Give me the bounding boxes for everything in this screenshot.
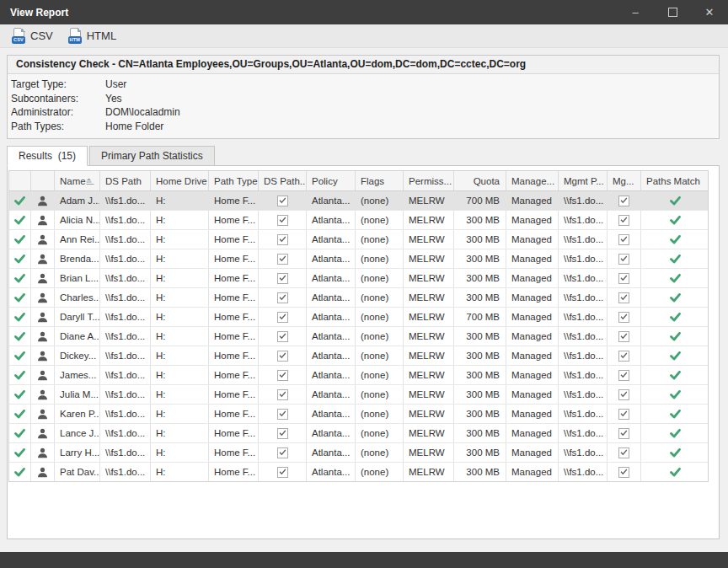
column-header-managed[interactable]: Manage... bbox=[506, 171, 559, 190]
column-header-mgmt-managed[interactable]: Mg... bbox=[608, 171, 641, 190]
checkbox[interactable] bbox=[618, 351, 629, 362]
table-row[interactable]: Karen P...\\fs1.do...H:Home F...Atlanta.… bbox=[9, 405, 708, 424]
close-button[interactable]: ✕ bbox=[691, 0, 728, 24]
cell-permissions: MELRW bbox=[404, 366, 454, 384]
checkbox[interactable] bbox=[277, 196, 288, 206]
cell-quota: 300 MB bbox=[454, 424, 506, 442]
cell-user bbox=[31, 249, 55, 268]
checkbox[interactable] bbox=[277, 447, 288, 458]
export-csv-button[interactable]: CSV CSV bbox=[4, 25, 61, 46]
checkbox[interactable] bbox=[618, 370, 629, 381]
cell-managed: Managed bbox=[506, 327, 559, 346]
cell-quota: 300 MB bbox=[454, 385, 506, 404]
table-row[interactable]: Pat Dav...\\fs1.do...H:Home F...Atlanta.… bbox=[9, 463, 708, 481]
checkbox[interactable] bbox=[618, 234, 629, 245]
checkbox[interactable] bbox=[277, 234, 288, 245]
column-header-label: Paths Match bbox=[646, 176, 700, 186]
cell-mgmt-managed bbox=[608, 230, 641, 249]
checkbox[interactable] bbox=[277, 370, 288, 381]
view-report-window: View Report – ✕ CSV CSV HTM HTML Consist… bbox=[0, 0, 728, 568]
cell-name: Pat Dav... bbox=[55, 463, 100, 481]
cell-name: Lance J... bbox=[55, 424, 100, 442]
cell-status bbox=[9, 424, 31, 442]
checkbox[interactable] bbox=[618, 331, 629, 342]
export-html-button[interactable]: HTM HTML bbox=[61, 25, 124, 46]
column-header-user[interactable] bbox=[31, 171, 55, 190]
window-title: View Report bbox=[0, 7, 68, 19]
cell-ds-path: \\fs1.do... bbox=[100, 366, 151, 384]
checkbox[interactable] bbox=[618, 447, 629, 458]
column-header-name[interactable]: Name bbox=[55, 171, 100, 190]
minimize-button[interactable]: – bbox=[617, 0, 654, 24]
cell-quota: 300 MB bbox=[454, 249, 506, 268]
checkbox[interactable] bbox=[277, 254, 288, 265]
column-header-ds-path[interactable]: DS Path bbox=[100, 171, 151, 190]
checkbox[interactable] bbox=[618, 409, 629, 420]
cell-name: Ann Rei... bbox=[55, 230, 100, 249]
checkbox[interactable] bbox=[277, 292, 288, 303]
table-row[interactable]: Alicia N...\\fs1.do...H:Home F...Atlanta… bbox=[9, 211, 708, 230]
cell-permissions: MELRW bbox=[404, 385, 454, 404]
table-row[interactable]: Brenda...\\fs1.do...H:Home F...Atlanta..… bbox=[9, 249, 708, 269]
checkbox[interactable] bbox=[618, 428, 629, 439]
status-bar bbox=[0, 552, 728, 568]
cell-status bbox=[9, 327, 31, 346]
tab-primary-path-statistics[interactable]: Primary Path Statistics bbox=[89, 146, 215, 166]
maximize-button[interactable] bbox=[654, 0, 691, 24]
checkbox[interactable] bbox=[277, 273, 288, 284]
cell-managed: Managed bbox=[506, 405, 559, 423]
table-row[interactable]: Charles...\\fs1.do...H:Home F...Atlanta.… bbox=[9, 288, 708, 308]
table-row[interactable]: Ann Rei...\\fs1.do...H:Home F...Atlanta.… bbox=[9, 230, 708, 249]
column-header-mgmt-path[interactable]: Mgmt P... bbox=[559, 171, 608, 190]
table-row[interactable]: James...\\fs1.do...H:Home F...Atlanta...… bbox=[9, 366, 708, 385]
table-row[interactable]: Diane A...\\fs1.do...H:Home F...Atlanta.… bbox=[9, 327, 708, 346]
checkbox[interactable] bbox=[277, 312, 288, 323]
checkbox[interactable] bbox=[618, 215, 629, 226]
cell-permissions: MELRW bbox=[404, 211, 454, 229]
column-header-home-drive[interactable]: Home Drive bbox=[151, 171, 209, 190]
green-check-icon bbox=[14, 216, 25, 225]
table-row[interactable]: Daryll T...\\fs1.do...H:Home F...Atlanta… bbox=[9, 308, 708, 327]
checkbox[interactable] bbox=[618, 254, 629, 265]
checkbox[interactable] bbox=[618, 389, 629, 400]
checkbox[interactable] bbox=[277, 389, 288, 400]
checkbox[interactable] bbox=[618, 196, 629, 206]
checkbox[interactable] bbox=[277, 428, 288, 439]
column-header-status[interactable] bbox=[9, 171, 31, 190]
cell-quota: 300 MB bbox=[454, 463, 506, 481]
cell-paths-match bbox=[641, 385, 709, 404]
table-row[interactable]: Larry H...\\fs1.do...H:Home F...Atlanta.… bbox=[9, 443, 708, 463]
checkbox[interactable] bbox=[277, 351, 288, 362]
table-row[interactable]: Adam J...\\fs1.do...H:Home F...Atlanta..… bbox=[9, 191, 708, 211]
cell-user bbox=[31, 288, 55, 307]
column-header-flags[interactable]: Flags bbox=[356, 171, 404, 190]
table-row[interactable]: Brian L...\\fs1.do...H:Home F...Atlanta.… bbox=[9, 269, 708, 288]
column-header-label: Name bbox=[60, 176, 86, 186]
cell-mgmt-path: \\fs1.do... bbox=[559, 191, 608, 210]
checkbox[interactable] bbox=[277, 215, 288, 226]
table-row[interactable]: Lance J...\\fs1.do...H:Home F...Atlanta.… bbox=[9, 424, 708, 443]
cell-flags: (none) bbox=[356, 424, 404, 442]
column-header-paths-match[interactable]: Paths Match bbox=[641, 171, 709, 190]
cell-name: Diane A... bbox=[55, 327, 100, 346]
column-header-policy[interactable]: Policy bbox=[307, 171, 356, 190]
cell-paths-match bbox=[641, 405, 709, 423]
column-header-ds-path-managed[interactable]: DS Path... bbox=[259, 171, 307, 190]
checkbox[interactable] bbox=[277, 409, 288, 420]
checkbox[interactable] bbox=[618, 273, 629, 284]
checkbox[interactable] bbox=[618, 467, 629, 478]
column-header-quota[interactable]: Quota bbox=[454, 171, 506, 190]
table-row[interactable]: Julia M...\\fs1.do...H:Home F...Atlanta.… bbox=[9, 385, 708, 405]
table-row[interactable]: Dickey...\\fs1.do...H:Home F...Atlanta..… bbox=[9, 346, 708, 366]
column-header-permissions[interactable]: Permiss... bbox=[404, 171, 454, 190]
column-header-label: Quota bbox=[474, 176, 500, 186]
column-header-path-type[interactable]: Path Type bbox=[209, 171, 259, 190]
checkbox[interactable] bbox=[618, 292, 629, 303]
checkbox[interactable] bbox=[618, 312, 629, 323]
tab-results[interactable]: Results (15) bbox=[7, 146, 88, 166]
checkbox[interactable] bbox=[277, 331, 288, 342]
cell-name: Karen P... bbox=[55, 405, 100, 423]
administrator-value: DOM\localadmin bbox=[105, 105, 180, 120]
user-icon bbox=[37, 389, 48, 400]
checkbox[interactable] bbox=[277, 467, 288, 478]
